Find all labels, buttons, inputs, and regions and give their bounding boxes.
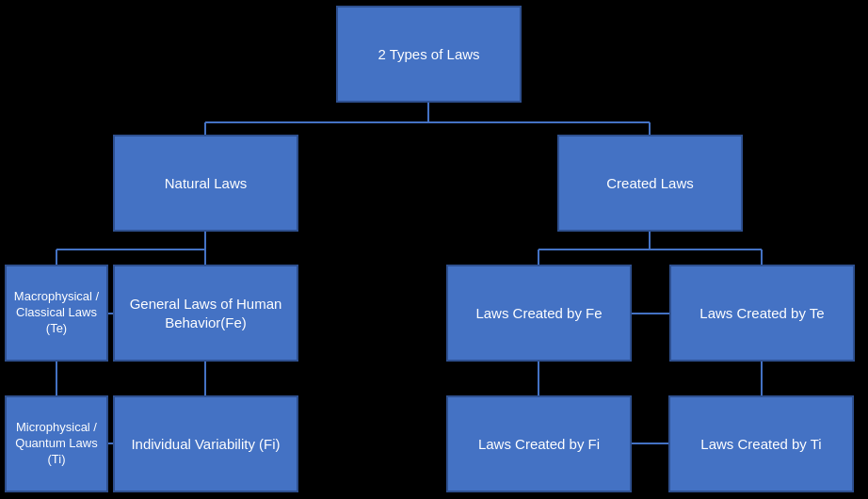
node-created: Created Laws [557, 135, 743, 232]
node-fe: Laws Created by Fe [446, 265, 632, 362]
node-te: Laws Created by Te [669, 265, 855, 362]
diagram: 2 Types of Laws Natural Laws Created Law… [0, 0, 868, 499]
node-microphysical: Microphysical / Quantum Laws (Ti) [5, 395, 108, 492]
node-individual: Individual Variability (Fi) [113, 395, 298, 492]
node-natural: Natural Laws [113, 135, 298, 232]
node-root: 2 Types of Laws [336, 6, 522, 103]
node-general: General Laws of Human Behavior(Fe) [113, 265, 298, 362]
node-macrophysical: Macrophysical / Classical Laws (Te) [5, 265, 108, 362]
node-ti: Laws Created by Ti [668, 395, 854, 492]
node-fi: Laws Created by Fi [446, 395, 632, 492]
